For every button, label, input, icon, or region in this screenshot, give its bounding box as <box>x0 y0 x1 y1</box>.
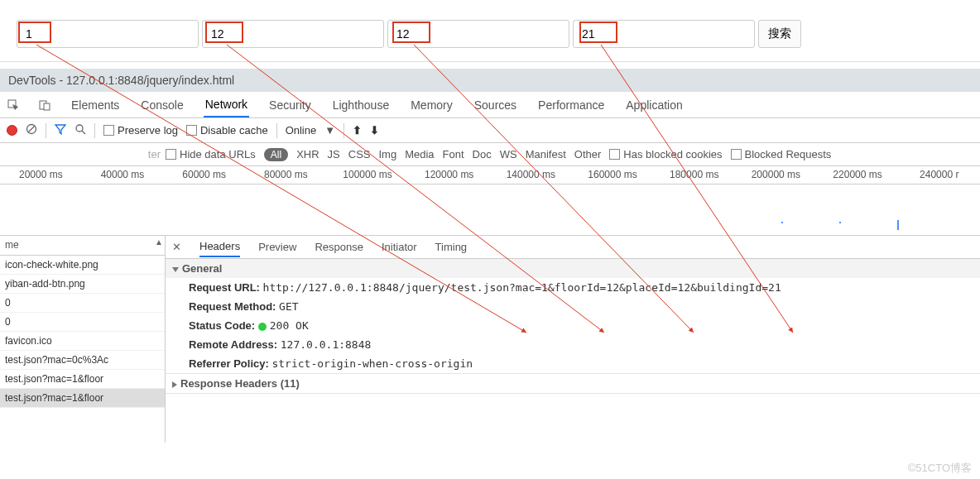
filter-media[interactable]: Media <box>405 148 434 160</box>
request-row[interactable]: icon-check-white.png <box>0 256 165 275</box>
blocked-cookies-label: Has blocked cookies <box>623 148 722 160</box>
tab-network[interactable]: Network <box>204 93 249 117</box>
tick-label: 240000 r <box>898 166 980 184</box>
request-detail: ✕ Headers Preview Response Initiator Tim… <box>166 236 980 443</box>
timeline-mark <box>839 222 841 223</box>
remote-address-value: 127.0.0.1:8848 <box>281 338 372 351</box>
detail-tab-initiator[interactable]: Initiator <box>382 237 417 256</box>
tab-elements[interactable]: Elements <box>70 93 121 117</box>
tab-memory[interactable]: Memory <box>409 93 454 117</box>
filter-all-pill[interactable]: All <box>264 148 288 161</box>
tick-label: 80000 ms <box>245 166 327 184</box>
tick-label: 100000 ms <box>327 166 409 184</box>
request-url-value: http://127.0.0.1:8848/jquery/test.json?m… <box>263 281 781 294</box>
remote-address-key: Remote Address: <box>189 338 277 351</box>
remote-address-row: Remote Address: 127.0.0.1:8848 <box>166 335 980 354</box>
preserve-log-checkbox[interactable]: Preserve log <box>103 124 178 137</box>
request-row[interactable]: 0 <box>0 313 165 332</box>
devtools-window-title: DevTools - 127.0.0.1:8848/jquery/index.h… <box>0 69 980 92</box>
timeline-mark <box>897 220 899 230</box>
hide-data-urls-checkbox[interactable]: Hide data URLs <box>166 148 256 160</box>
tab-performance[interactable]: Performance <box>536 93 606 117</box>
throttle-select[interactable]: Online <box>286 124 317 137</box>
filter-img[interactable]: Img <box>378 148 396 160</box>
general-heading-text: General <box>182 262 222 275</box>
request-row[interactable]: favicon.ico <box>0 332 165 351</box>
toolbar-divider <box>46 123 46 138</box>
filter-manifest[interactable]: Manifest <box>526 148 566 160</box>
close-icon[interactable]: ✕ <box>172 241 181 253</box>
name-column-header[interactable]: me ▲ <box>0 236 165 256</box>
record-icon[interactable] <box>7 125 17 136</box>
general-section: General Request URL: http://127.0.0.1:88… <box>166 259 980 374</box>
general-heading[interactable]: General <box>166 259 980 278</box>
input-place[interactable] <box>387 20 569 48</box>
search-icon[interactable] <box>74 123 86 137</box>
request-row-selected[interactable]: test.json?mac=1&floor <box>0 389 165 408</box>
filter-css[interactable]: CSS <box>348 148 371 160</box>
tick-label: 40000 ms <box>82 166 164 184</box>
filter-doc[interactable]: Doc <box>473 148 492 160</box>
timeline-ruler: 20000 ms 40000 ms 60000 ms 80000 ms 1000… <box>0 166 980 184</box>
divider <box>0 61 980 62</box>
svg-point-5 <box>76 125 83 132</box>
response-headers-section: Response Headers (11) <box>166 374 980 394</box>
tab-console[interactable]: Console <box>139 93 185 117</box>
tab-application[interactable]: Application <box>624 93 685 117</box>
request-method-value: GET <box>279 300 298 313</box>
status-code-value: 200 OK <box>270 319 309 332</box>
tick-label: 120000 ms <box>408 166 490 184</box>
hide-data-urls-label: Hide data URLs <box>180 148 256 160</box>
upload-icon[interactable]: ⬆ <box>353 124 362 137</box>
search-button[interactable]: 搜索 <box>758 20 801 48</box>
filter-xhr[interactable]: XHR <box>296 148 319 160</box>
filter-other[interactable]: Other <box>574 148 602 160</box>
filter-input[interactable]: ter <box>0 148 166 160</box>
request-row[interactable]: test.json?mac=1&floor <box>0 370 165 389</box>
filter-font[interactable]: Font <box>443 148 464 160</box>
scroll-up-icon[interactable]: ▲ <box>155 237 163 247</box>
detail-tab-response[interactable]: Response <box>315 237 363 256</box>
toolbar-divider <box>343 123 344 138</box>
col-header-text: me <box>5 239 19 251</box>
tick-label: 200000 ms <box>735 166 817 184</box>
download-icon[interactable]: ⬇ <box>370 124 379 137</box>
input-floor[interactable] <box>202 20 384 48</box>
status-code-row: Status Code: 200 OK <box>166 316 980 335</box>
request-row[interactable]: 0 <box>0 294 165 313</box>
detail-tab-preview[interactable]: Preview <box>258 237 296 256</box>
device-icon[interactable] <box>38 98 51 112</box>
request-url-row: Request URL: http://127.0.0.1:8848/jquer… <box>166 278 980 297</box>
status-ok-icon <box>258 323 267 331</box>
detail-tabstrip: ✕ Headers Preview Response Initiator Tim… <box>166 236 980 259</box>
toolbar-divider <box>276 123 277 138</box>
dropdown-icon[interactable]: ▼ <box>324 124 335 137</box>
filter-icon[interactable] <box>55 123 66 137</box>
filter-js[interactable]: JS <box>328 148 340 160</box>
tick-label: 140000 ms <box>490 166 572 184</box>
detail-tab-timing[interactable]: Timing <box>435 237 468 256</box>
disable-cache-checkbox[interactable]: Disable cache <box>186 124 268 137</box>
blocked-cookies-checkbox[interactable]: Has blocked cookies <box>609 148 722 160</box>
input-mac[interactable] <box>17 20 199 48</box>
response-headers-heading[interactable]: Response Headers (11) <box>166 374 980 393</box>
tab-security[interactable]: Security <box>267 93 313 117</box>
inspect-icon[interactable] <box>7 98 20 112</box>
clear-icon[interactable] <box>26 123 37 137</box>
devtools-tabstrip: Elements Console Network Security Lighth… <box>0 92 980 118</box>
referrer-policy-row: Referrer Policy: strict-origin-when-cros… <box>166 354 980 373</box>
filter-ws[interactable]: WS <box>500 148 517 160</box>
timeline-overview[interactable] <box>0 184 980 236</box>
tab-lighthouse[interactable]: Lighthouse <box>331 93 392 117</box>
tick-label: 20000 ms <box>0 166 82 184</box>
blocked-requests-checkbox[interactable]: Blocked Requests <box>731 148 832 160</box>
tab-sources[interactable]: Sources <box>473 93 518 117</box>
request-method-key: Request Method: <box>189 300 276 313</box>
input-building[interactable] <box>573 20 755 48</box>
request-row[interactable]: test.json?mac=0c%3Ac <box>0 351 165 370</box>
request-row[interactable]: yiban-add-btn.png <box>0 275 165 294</box>
detail-tab-headers[interactable]: Headers <box>199 237 240 257</box>
network-lower-pane: me ▲ icon-check-white.png yiban-add-btn.… <box>0 236 980 443</box>
svg-line-4 <box>28 126 35 132</box>
request-method-row: Request Method: GET <box>166 297 980 316</box>
